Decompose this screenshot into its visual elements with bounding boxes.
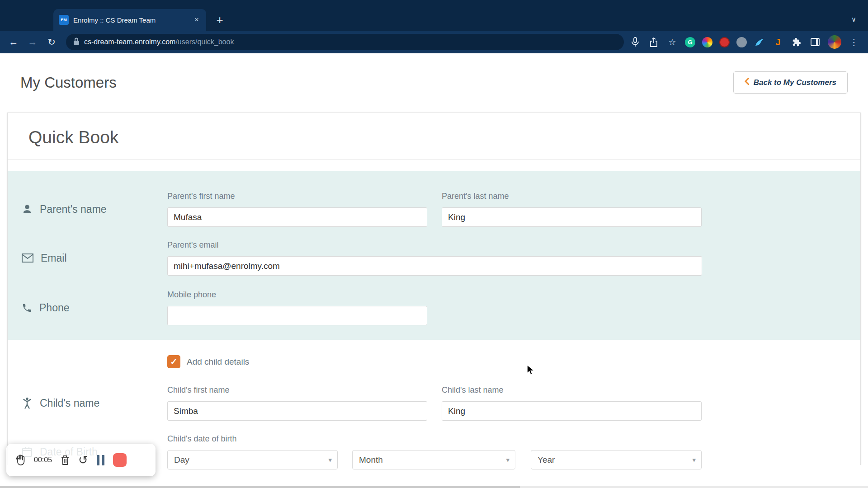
back-to-customers-button[interactable]: Back to My Customers: [733, 71, 848, 94]
forward-nav-icon[interactable]: →: [24, 33, 42, 51]
parent-section: Parent's name Parent's first name Parent…: [8, 171, 860, 340]
url-path: /users/quick_book: [175, 38, 234, 46]
chevron-down-icon: ▾: [328, 456, 332, 464]
parent-email-row: Email Parent's email: [8, 240, 860, 276]
parent-last-name-input[interactable]: [442, 207, 702, 227]
tab-close-icon[interactable]: ×: [193, 15, 201, 24]
url-domain: cs-dream-team.enrolmy.com: [84, 38, 175, 46]
add-child-label: Add child details: [187, 357, 249, 367]
envelope-icon: [22, 253, 33, 263]
child-name-side-label: Child's name: [22, 397, 167, 409]
person-icon: [22, 204, 33, 215]
hand-icon[interactable]: [15, 455, 25, 465]
child-name-side-text: Child's name: [40, 397, 99, 409]
parent-last-name-label: Parent's last name: [442, 192, 702, 201]
browser-tab[interactable]: EM Enrolmy :: CS Dream Team ×: [53, 9, 206, 31]
check-icon: ✓: [170, 357, 178, 367]
parent-name-side-text: Parent's name: [40, 203, 107, 216]
page-header: My Customers Back to My Customers: [0, 53, 868, 113]
parent-name-side-label: Parent's name: [22, 203, 167, 216]
stop-record-button[interactable]: [113, 453, 127, 467]
chevron-down-icon: ▾: [506, 456, 509, 464]
restart-icon[interactable]: ↺: [78, 454, 88, 466]
tab-strip: EM Enrolmy :: CS Dream Team × + ∨: [0, 0, 868, 31]
new-tab-button[interactable]: +: [211, 11, 229, 29]
parent-phone-row: Phone Mobile phone: [8, 290, 860, 325]
child-first-name-input[interactable]: [167, 401, 427, 421]
address-bar[interactable]: cs-dream-team.enrolmy.com/users/quick_bo…: [66, 34, 624, 50]
email-side-label: Email: [22, 252, 167, 264]
dob-year-select[interactable]: Year ▾: [531, 450, 702, 469]
parent-email-label: Parent's email: [167, 240, 702, 250]
tab-favicon: EM: [59, 15, 69, 25]
pinwheel-extension-icon[interactable]: [702, 37, 712, 47]
horizontal-scrollbar[interactable]: [0, 486, 868, 488]
pause-icon[interactable]: [97, 455, 104, 465]
extensions-puzzle-icon[interactable]: [791, 36, 802, 48]
child-dob-label: Child's date of birth: [167, 434, 702, 444]
chevron-down-icon: ▾: [692, 456, 696, 464]
child-first-name-label: Child's first name: [167, 385, 427, 395]
side-panel-icon[interactable]: [809, 36, 821, 48]
chrome-menu-icon[interactable]: ⋮: [848, 36, 860, 48]
chevron-left-icon: [745, 78, 749, 87]
wing-extension-icon[interactable]: [754, 36, 765, 48]
parent-name-row: Parent's name Parent's first name Parent…: [8, 192, 860, 227]
dob-year-value: Year: [538, 455, 555, 465]
quick-book-card: Quick Book Parent's name Parent's first …: [7, 113, 861, 465]
profile-avatar[interactable]: [828, 35, 841, 49]
bookmark-star-icon[interactable]: ☆: [666, 36, 678, 48]
browser-chrome: EM Enrolmy :: CS Dream Team × + ∨ ← → ↻ …: [0, 0, 868, 53]
card-title: Quick Book: [8, 113, 860, 159]
parent-email-input[interactable]: [167, 256, 702, 276]
dob-day-select[interactable]: Day ▾: [167, 450, 338, 469]
add-child-checkbox[interactable]: ✓: [167, 355, 180, 368]
tab-title: Enrolmy :: CS Dream Team: [73, 16, 188, 24]
recording-timer: 00:05: [34, 456, 52, 464]
dob-month-select[interactable]: Month ▾: [352, 450, 515, 469]
email-side-text: Email: [41, 252, 67, 264]
mic-icon[interactable]: [629, 36, 641, 48]
lock-icon[interactable]: [73, 37, 80, 47]
tab-search-caret-icon[interactable]: ∨: [851, 15, 856, 23]
phone-side-label: Phone: [22, 302, 167, 314]
grammarly-extension-icon[interactable]: G: [685, 37, 695, 47]
trash-icon[interactable]: [61, 455, 70, 465]
mobile-phone-label: Mobile phone: [167, 290, 702, 300]
jhook-extension-icon[interactable]: J: [772, 36, 784, 48]
dob-month-value: Month: [359, 455, 383, 465]
phone-icon: [22, 303, 32, 313]
page-content: My Customers Back to My Customers Quick …: [0, 53, 868, 488]
screen-recorder-widget[interactable]: 00:05 ↺: [6, 444, 156, 476]
browser-toolbar: ← → ↻ cs-dream-team.enrolmy.com/users/qu…: [0, 31, 868, 53]
child-name-row: Child's name Child's first name Child's …: [8, 385, 860, 421]
reload-icon[interactable]: ↻: [42, 33, 61, 51]
parent-first-name-label: Parent's first name: [167, 192, 427, 201]
red-dot-extension-icon[interactable]: [719, 37, 730, 47]
grey-extension-icon[interactable]: [736, 37, 747, 47]
back-button-label: Back to My Customers: [754, 78, 836, 87]
dob-day-value: Day: [174, 455, 189, 465]
toolbar-icons: ☆ G J ⋮: [629, 35, 860, 49]
mobile-phone-input[interactable]: [167, 306, 427, 325]
back-nav-icon[interactable]: ←: [5, 33, 23, 51]
divider: [8, 159, 860, 160]
child-last-name-label: Child's last name: [442, 385, 702, 395]
horizontal-scrollbar-thumb[interactable]: [0, 486, 520, 488]
add-child-row: ✓ Add child details: [8, 355, 860, 368]
share-icon[interactable]: [648, 36, 660, 48]
page-title: My Customers: [20, 74, 117, 91]
phone-side-text: Phone: [39, 302, 70, 314]
parent-first-name-input[interactable]: [167, 207, 427, 227]
child-icon: [22, 397, 33, 409]
child-last-name-input[interactable]: [442, 401, 702, 421]
